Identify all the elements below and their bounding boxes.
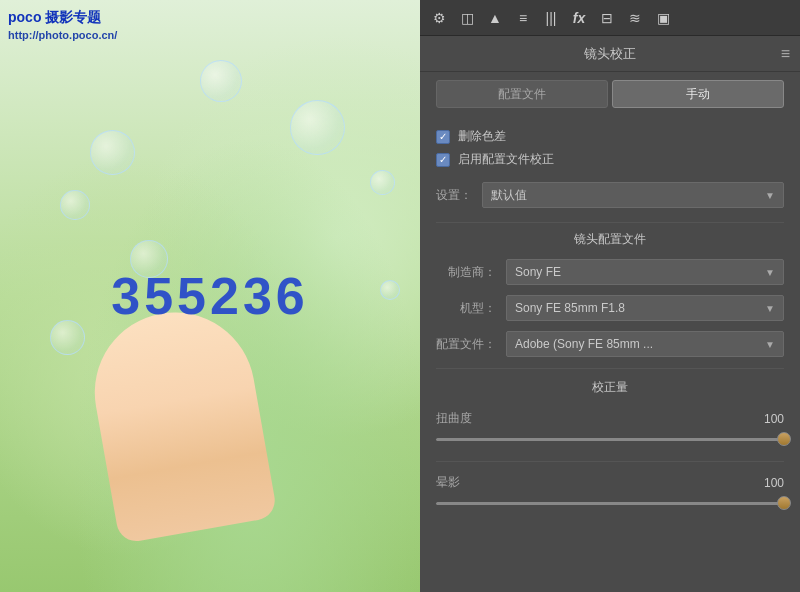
toolbar: ⚙ ◫ ▲ ≡ ||| fx ⊟ ≋ ▣ <box>420 0 800 36</box>
panel-header: 镜头校正 ≡ <box>420 36 800 72</box>
slider-divider <box>436 461 784 462</box>
distortion-bar-fill <box>436 438 784 441</box>
model-dropdown[interactable]: Sony FE 85mm F1.8 ▼ <box>506 295 784 321</box>
toolbar-icon-tone[interactable]: ||| <box>540 7 562 29</box>
checkbox-label-2: 启用配置文件校正 <box>458 151 554 168</box>
distortion-thumb[interactable] <box>777 432 791 446</box>
manufacturer-row: 制造商： Sony FE ▼ <box>436 254 784 290</box>
manufacturer-arrow: ▼ <box>765 267 775 278</box>
vignette-header-row: 晕影 100 <box>436 472 784 493</box>
watermark-logo: poco 摄影专题 <box>8 8 117 28</box>
settings-row: 设置： 默认值 ▼ <box>436 176 784 218</box>
profile-arrow: ▼ <box>765 339 775 350</box>
checkbox-label-1: 删除色差 <box>458 128 506 145</box>
manufacturer-label: 制造商： <box>436 264 496 281</box>
model-label: 机型： <box>436 300 496 317</box>
toolbar-icon-fx[interactable]: fx <box>568 7 590 29</box>
bubble-2 <box>60 190 90 220</box>
distortion-slider-track[interactable] <box>436 431 784 447</box>
vignette-bar-fill <box>436 502 784 505</box>
checkbox-enable-profile[interactable]: ✓ <box>436 153 450 167</box>
lens-profile-header: 镜头配置文件 <box>436 222 784 254</box>
watermark: poco 摄影专题 http://photo.poco.cn/ <box>8 8 117 43</box>
settings-dropdown[interactable]: 默认值 ▼ <box>482 182 784 208</box>
vignette-value: 100 <box>754 476 784 490</box>
profile-label: 配置文件： <box>436 336 496 353</box>
settings-label: 设置： <box>436 187 472 204</box>
profile-value: Adobe (Sony FE 85mm ... <box>515 337 653 351</box>
checkboxes-section: ✓ 删除色差 ✓ 启用配置文件校正 <box>436 116 784 176</box>
model-row: 机型： Sony FE 85mm F1.8 ▼ <box>436 290 784 326</box>
manufacturer-dropdown[interactable]: Sony FE ▼ <box>506 259 784 285</box>
toolbar-icon-camera[interactable]: ▣ <box>652 7 674 29</box>
vignette-slider-track[interactable] <box>436 495 784 511</box>
content-area: ✓ 删除色差 ✓ 启用配置文件校正 设置： 默认值 ▼ 镜头配置文件 制造商： <box>420 116 800 592</box>
toolbar-icon-detail[interactable]: ⊟ <box>596 7 618 29</box>
model-value: Sony FE 85mm F1.8 <box>515 301 625 315</box>
toolbar-icon-settings[interactable]: ⚙ <box>428 7 450 29</box>
checkbox-row-1: ✓ 删除色差 <box>436 128 784 145</box>
manufacturer-value: Sony FE <box>515 265 561 279</box>
bubble-1 <box>90 130 135 175</box>
profile-row: 配置文件： Adobe (Sony FE 85mm ... ▼ <box>436 326 784 362</box>
photo-panel: poco 摄影专题 http://photo.poco.cn/ 355236 <box>0 0 420 592</box>
bubble-4 <box>290 100 345 155</box>
hand-shape <box>82 300 278 544</box>
bubble-7 <box>200 60 242 102</box>
tabs-row: 配置文件 手动 <box>420 72 800 116</box>
correction-header: 校正量 <box>436 368 784 402</box>
vignette-thumb[interactable] <box>777 496 791 510</box>
model-arrow: ▼ <box>765 303 775 314</box>
vignette-slider-section: 晕影 100 <box>436 466 784 521</box>
checkbox-remove-aberration[interactable]: ✓ <box>436 130 450 144</box>
distortion-value: 100 <box>754 412 784 426</box>
vignette-bar-bg <box>436 502 784 505</box>
overlay-number: 355236 <box>111 266 309 326</box>
checkbox-row-2: ✓ 启用配置文件校正 <box>436 151 784 168</box>
profile-dropdown[interactable]: Adobe (Sony FE 85mm ... ▼ <box>506 331 784 357</box>
distortion-header-row: 扭曲度 100 <box>436 408 784 429</box>
distortion-bar-bg <box>436 438 784 441</box>
tab-profile[interactable]: 配置文件 <box>436 80 608 108</box>
tab-manual[interactable]: 手动 <box>612 80 784 108</box>
bubble-8 <box>380 280 400 300</box>
settings-dropdown-value: 默认值 <box>491 187 527 204</box>
distortion-label: 扭曲度 <box>436 410 472 427</box>
settings-dropdown-arrow: ▼ <box>765 190 775 201</box>
toolbar-icon-histogram[interactable]: ▲ <box>484 7 506 29</box>
watermark-url: http://photo.poco.cn/ <box>8 28 117 43</box>
right-panel: ⚙ ◫ ▲ ≡ ||| fx ⊟ ≋ ▣ 镜头校正 ≡ 配置文件 手动 ✓ 删除… <box>420 0 800 592</box>
vignette-label: 晕影 <box>436 474 460 491</box>
panel-title: 镜头校正 <box>584 45 636 63</box>
toolbar-icon-lens[interactable]: ≋ <box>624 7 646 29</box>
panel-menu-icon[interactable]: ≡ <box>781 45 790 63</box>
distortion-slider-section: 扭曲度 100 <box>436 402 784 457</box>
toolbar-icon-grid[interactable]: ◫ <box>456 7 478 29</box>
toolbar-icon-list[interactable]: ≡ <box>512 7 534 29</box>
bubble-5 <box>370 170 395 195</box>
